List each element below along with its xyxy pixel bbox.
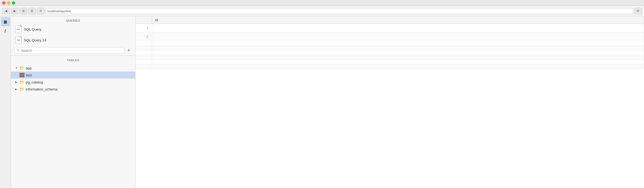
row-number-6 bbox=[136, 55, 152, 60]
table-header-row: id bbox=[136, 16, 644, 24]
back-button[interactable]: ◀ bbox=[2, 8, 10, 14]
cell-4-id bbox=[152, 46, 644, 50]
cell-1-id bbox=[152, 24, 644, 33]
table-row bbox=[136, 60, 644, 64]
tables-section-header: TABLES bbox=[11, 56, 135, 63]
left-icon-panel: ▦ ƒ bbox=[0, 16, 11, 188]
chevron-down-icon: ▼ bbox=[15, 67, 18, 69]
row-number-5 bbox=[136, 50, 152, 55]
row-number-4 bbox=[136, 46, 152, 50]
table-row bbox=[136, 41, 644, 46]
table-view-button[interactable]: ▦ bbox=[1, 17, 10, 26]
settings-button[interactable]: ⚙ bbox=[634, 8, 642, 14]
row-number-3 bbox=[136, 41, 152, 46]
main-content: ▦ ƒ QUERIES SQL SQL Query SQL SQL Query … bbox=[0, 16, 644, 188]
forward-button[interactable]: ▶ bbox=[11, 8, 18, 14]
table-scroll-area[interactable]: id 1 2 bbox=[136, 16, 644, 188]
search-bar: + bbox=[11, 46, 135, 56]
folder-icon-app: 📁 bbox=[20, 66, 24, 70]
cell-2-id bbox=[152, 33, 644, 41]
tree-item-test[interactable]: test bbox=[11, 72, 135, 79]
table-view-icon: ▦ bbox=[4, 20, 7, 24]
maximize-button[interactable] bbox=[12, 1, 15, 5]
table-icon-test bbox=[20, 73, 24, 77]
sql-query-item-14[interactable]: SQL SQL Query 14 bbox=[11, 35, 135, 46]
row-number-header bbox=[136, 16, 152, 24]
function-view-button[interactable]: ƒ bbox=[1, 27, 10, 35]
cell-5-id bbox=[152, 50, 644, 55]
minimize-button[interactable] bbox=[7, 1, 10, 5]
row-number-7 bbox=[136, 60, 152, 64]
tree-item-information-schema-label: information_schema bbox=[26, 87, 57, 91]
svg-line-1 bbox=[19, 51, 20, 51]
table-row bbox=[136, 64, 644, 69]
table-row: 1 bbox=[136, 24, 644, 33]
row-number-1: 1 bbox=[136, 24, 152, 33]
tree-item-app-label: app bbox=[26, 66, 32, 70]
title-bar bbox=[0, 0, 644, 6]
table-row bbox=[136, 55, 644, 60]
cell-3-id bbox=[152, 41, 644, 46]
tree-item-information-schema[interactable]: ▶ 📁 information_schema bbox=[11, 86, 135, 93]
close-button[interactable] bbox=[2, 1, 5, 5]
refresh-button[interactable]: ⟳ bbox=[37, 8, 44, 14]
grid-button[interactable]: ⊞ bbox=[20, 8, 27, 14]
sql-query-item-1[interactable]: SQL SQL Query bbox=[11, 24, 135, 35]
tables-tree: ▼ 📁 app test bbox=[11, 63, 135, 188]
tree-item-pg-catalog[interactable]: ▶ 📁 pg_catalog bbox=[11, 79, 135, 86]
sql-file-icon-14: SQL bbox=[15, 36, 22, 44]
row-number-8 bbox=[136, 64, 152, 69]
data-table: id 1 2 bbox=[136, 16, 644, 69]
sidebar-button[interactable]: ☰ bbox=[28, 8, 36, 14]
tree-item-app[interactable]: ▼ 📁 app bbox=[11, 64, 135, 72]
table-row: 2 bbox=[136, 33, 644, 41]
chevron-right-icon-info: ▶ bbox=[15, 88, 18, 90]
sidebar: QUERIES SQL SQL Query SQL SQL Query 14 bbox=[11, 16, 136, 188]
toolbar: ◀ ▶ ⊞ ☰ ⟳ ⚙ bbox=[0, 6, 644, 16]
search-input[interactable] bbox=[21, 48, 122, 53]
column-header-id: id bbox=[152, 16, 644, 24]
table-row bbox=[136, 46, 644, 50]
cell-7-id bbox=[152, 60, 644, 64]
table-row bbox=[136, 50, 644, 55]
sql-query-label-1: SQL Query bbox=[24, 27, 41, 31]
main-panel: id 1 2 bbox=[136, 16, 644, 188]
url-input[interactable] bbox=[46, 8, 633, 14]
function-icon: ƒ bbox=[4, 28, 7, 33]
chevron-right-icon-pg: ▶ bbox=[15, 81, 18, 83]
folder-icon-pg-catalog: 📁 bbox=[20, 80, 24, 84]
search-icon bbox=[17, 48, 20, 53]
row-number-2: 2 bbox=[136, 33, 152, 41]
queries-section-header: QUERIES bbox=[11, 16, 135, 24]
tree-item-test-label: test bbox=[26, 73, 32, 77]
add-query-button[interactable]: + bbox=[125, 47, 132, 54]
cell-8-id bbox=[152, 64, 644, 69]
folder-icon-information-schema: 📁 bbox=[20, 87, 24, 91]
tree-item-pg-catalog-label: pg_catalog bbox=[26, 80, 43, 84]
sql-query-label-14: SQL Query 14 bbox=[24, 38, 46, 42]
sql-file-icon-1: SQL bbox=[15, 25, 22, 33]
cell-6-id bbox=[152, 55, 644, 60]
search-container bbox=[14, 47, 124, 54]
